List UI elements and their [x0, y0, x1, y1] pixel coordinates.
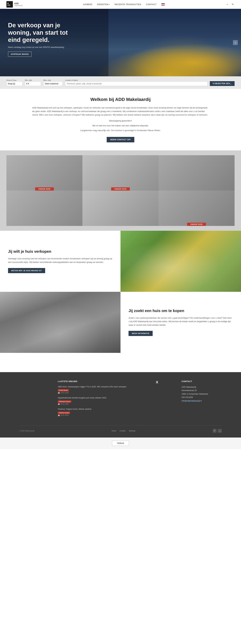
city-decoration: [96, 9, 241, 76]
user-icon[interactable]: ⚬: [226, 2, 229, 6]
svg-text:🏠: 🏠: [7, 2, 9, 4]
news-badge-2: Rabobank nieuws: [58, 400, 71, 403]
back-button[interactable]: TERUG: [112, 441, 129, 446]
hero-subtitle: Neem vandaag nog contact op voor een GRA…: [8, 46, 80, 48]
logo-text: ADD: [14, 2, 22, 5]
sell-title: Jij wilt je huis verkopen: [8, 249, 112, 254]
news-date-1: 📅 15-01-2025: [58, 392, 150, 394]
property-card-4[interactable]: [6, 190, 82, 226]
welcome-line2: Bel of mail ons voor het maken van een v…: [32, 124, 209, 128]
location-group: Locatie of object: [65, 79, 208, 86]
header: 🏠 ADD ADD makelaardij AANBOD DIENSTEN ▾ …: [0, 0, 241, 9]
buy-button[interactable]: MEER INFORMATIE: [128, 331, 153, 336]
nav-aanbod[interactable]: AANBOD: [83, 3, 92, 6]
footer-news-item-2: Hypotheekrente bereikt hoogste punt sind…: [58, 396, 150, 405]
footer-link-contact[interactable]: Contact: [120, 430, 126, 432]
back-section: TERUG: [0, 438, 241, 449]
footer-news-item-1: ABN Amro: Huizenprijzen stijgen 7% in 20…: [58, 386, 150, 394]
news-date-2: 📅 20-01-2025: [58, 403, 150, 405]
contact-line-4: 020-3313430: [182, 396, 222, 399]
footer-bottom: © ADD Makelaardij Home Contact Sitemap f…: [6, 429, 234, 433]
sell-section: Jij wilt je huis verkopen Vanwege onze e…: [0, 231, 241, 292]
news-title-2[interactable]: Hypotheekrente bereikt hoogste punt sind…: [58, 396, 150, 399]
nav-contact[interactable]: CONTACT: [146, 3, 156, 6]
sell-text: Vanwege onze ervaring met het verkopen v…: [8, 257, 112, 264]
nav-diensten[interactable]: DIENSTEN ▾: [97, 3, 110, 6]
koop-huur-select[interactable]: Koop [1]: [6, 82, 22, 86]
social-icon-2[interactable]: …: [218, 429, 222, 433]
calendar-icon-3: 📅: [58, 414, 60, 416]
min-prijs-select[interactable]: € 0: [25, 82, 41, 86]
property-card-6[interactable]: ONDER BOD: [158, 190, 234, 226]
welcome-paragraph: ADD Makelaardij richt zich op het verkop…: [32, 106, 209, 117]
chevron-down-icon: ▾: [109, 4, 110, 5]
footer-nieuws-title: LAATSTE NIEUWS: [58, 380, 150, 382]
edit-icon[interactable]: ✎: [231, 2, 234, 6]
buy-content: Jij zoekt een huis om te kopen Zoekt u e…: [120, 292, 241, 353]
news-title-3[interactable]: Pararius: hogere huren, kleiner aanbod: [58, 408, 150, 410]
property-card-2[interactable]: ONDER BOD: [82, 155, 158, 190]
footer-contact-col: CONTACT ADD Makelaardij Heventiestraat 2…: [182, 380, 222, 419]
hero-section: De verkoop van je woning, van start tot …: [0, 9, 241, 76]
footer-copyright: © ADD Makelaardij: [19, 430, 34, 432]
contact-line-3: 1066 JJ Amsterdam Nederland: [182, 392, 222, 396]
footer-link-home[interactable]: Home: [112, 430, 116, 432]
spacer: [0, 353, 241, 362]
footer-news-col: LAATSTE NIEUWS ABN Amro: Huizenprijzen s…: [58, 380, 150, 419]
contact-email[interactable]: info@addmakelaardij.nl: [182, 400, 202, 402]
logo-icon: 🏠 ADD: [6, 1, 13, 8]
buy-text: Zoekt u een aankoopmakelaar die samen me…: [128, 316, 233, 327]
news-title-1[interactable]: ABN Amro: Huizenprijzen stijgen 7% in 20…: [58, 386, 150, 388]
property-card-3[interactable]: [158, 155, 234, 190]
hero-cta-button[interactable]: AFSPRAAK MAKEN: [8, 52, 32, 57]
sell-image: [120, 231, 241, 292]
meeting-image: [120, 231, 241, 292]
welcome-line3: Langskomen mag natuurlijk ook. Ons kanto…: [32, 129, 209, 132]
property-badge-2: ONDER BOD: [111, 187, 130, 190]
location-label: Locatie of object: [65, 79, 208, 81]
footer-link-sitemap[interactable]: Sitemap: [129, 430, 135, 432]
min-prijs-label: Min. prijs: [25, 79, 41, 81]
welcome-title: Welkom bij ADD Makelaardij: [32, 97, 209, 102]
svg-text:ADD: ADD: [7, 4, 10, 6]
property-card-1[interactable]: ONDER BOD: [6, 155, 82, 190]
footer-social: f …: [213, 429, 222, 433]
calendar-icon: 📅: [58, 392, 60, 394]
sell-button[interactable]: WETEN WAT JE HUIS WAARD IS?: [8, 268, 45, 273]
footer: LAATSTE NIEUWS ABN Amro: Huizenprijzen s…: [0, 372, 241, 438]
properties-grid-bottom: ONDER BOD: [6, 190, 234, 226]
properties-section: ONDER BOD ONDER BOD ONDER BOD: [0, 150, 241, 231]
hero-content: De verkoop van je woning, van start tot …: [8, 22, 80, 57]
footer-x-col: X: [156, 380, 175, 419]
nav-recente-transacties[interactable]: RECENTE TRANSACTIES: [114, 3, 141, 6]
max-prijs-group: Max. prijs Geen maximum: [44, 79, 63, 86]
footer-links: Home Contact Sitemap: [112, 430, 136, 432]
footer-x-title: X: [156, 380, 175, 384]
footer-contact-info: ADD Makelaardij Heventiestraat 25 1066 J…: [182, 386, 222, 403]
search-button[interactable]: 5 OBJECTEN GEV...: [210, 81, 234, 86]
calendar-icon-2: 📅: [58, 403, 60, 405]
max-prijs-select[interactable]: Geen maximum: [44, 82, 63, 86]
search-bar: Koop of huur Koop [1] Min. prijs € 0 Max…: [0, 76, 241, 89]
header-icons: ⚬ ✎: [226, 2, 234, 6]
footer-grid: LAATSTE NIEUWS ABN Amro: Huizenprijzen s…: [6, 380, 234, 419]
footer-empty-col: [19, 380, 52, 419]
signing-photo: [0, 292, 120, 353]
footer-news-item-3: Pararius: hogere huren, kleiner aanbod P…: [58, 408, 150, 416]
welcome-line1: Nieuwsgierig geworden?: [32, 119, 209, 122]
buy-title: Jij zoekt een huis om te kopen: [128, 308, 233, 313]
hero-next-arrow[interactable]: ›: [233, 40, 238, 45]
contact-line-2: Heventiestraat 25: [182, 389, 222, 392]
welcome-contact-button[interactable]: NEEM CONTACT OP!: [107, 137, 134, 142]
language-flag-icon[interactable]: [161, 3, 165, 6]
hero-title: De verkoop van je woning, van start tot …: [8, 22, 80, 44]
facebook-icon[interactable]: f: [213, 429, 216, 433]
location-input[interactable]: [65, 82, 208, 86]
welcome-section: Welkom bij ADD Makelaardij ADD Makelaard…: [0, 89, 241, 150]
max-prijs-label: Max. prijs: [44, 79, 63, 81]
logo[interactable]: 🏠 ADD ADD makelaardij: [6, 1, 22, 8]
buy-section: Jij zoekt een huis om te kopen Zoekt u e…: [0, 292, 241, 353]
property-card-5[interactable]: [82, 190, 158, 226]
news-badge-3: Pararius nieuws: [58, 412, 70, 414]
footer-contact-title: CONTACT: [182, 380, 222, 382]
